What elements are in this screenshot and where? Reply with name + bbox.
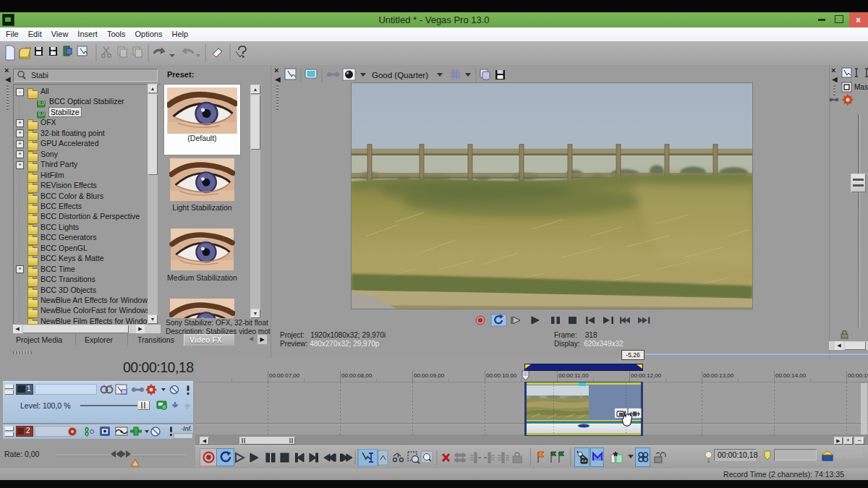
svg-text:Good (Quarter): Good (Quarter) <box>372 71 428 80</box>
svg-text:Mas: Mas <box>854 83 868 91</box>
svg-text:?: ? <box>51 46 54 53</box>
